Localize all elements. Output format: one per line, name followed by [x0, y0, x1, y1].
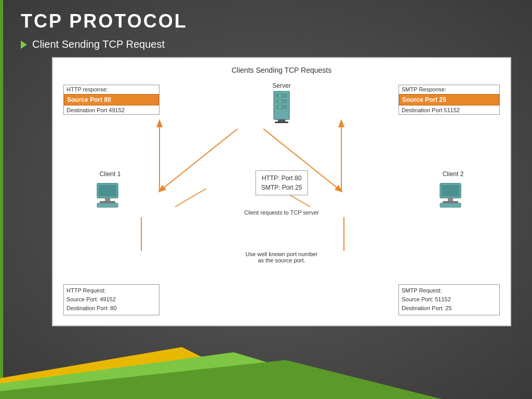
svg-rect-13: [276, 94, 287, 98]
http-request-dest: Destination Port: 80: [66, 304, 156, 313]
svg-rect-22: [99, 185, 116, 196]
server-area: Server: [269, 82, 295, 125]
svg-point-16: [279, 95, 281, 97]
client2-computer-icon: [437, 181, 469, 209]
smtp-request-box: SMTP Request: Source Port: 51152 Destina…: [398, 284, 500, 315]
client1-area: Client 1: [95, 170, 126, 209]
http-request-box: HTTP Request: Source Port: 49152 Destina…: [63, 284, 159, 315]
diagram-container: Clients Sending TCP Requests: [52, 57, 511, 326]
http-dest-port: Destination Port 49152: [64, 106, 159, 114]
svg-rect-14: [276, 99, 287, 103]
svg-line-10: [175, 189, 206, 207]
bullet-arrow-icon: [21, 41, 27, 49]
svg-line-0: [159, 129, 237, 191]
http-source-port: Source Port 80: [64, 94, 159, 105]
svg-rect-15: [276, 105, 287, 109]
bottom-waves: [0, 331, 532, 399]
smtp-response-box: SMTP Response: Source Port 25 Destinatio…: [398, 85, 500, 115]
svg-rect-27: [442, 185, 459, 196]
smtp-request-dest: Destination Port: 25: [402, 304, 497, 313]
client2-label: Client 2: [443, 170, 464, 178]
smtp-response-title: SMTP Response:: [399, 85, 499, 94]
center-info-line2: SMTP: Port 25: [261, 183, 302, 192]
slide-title: TCP PROTOCOL: [21, 10, 511, 32]
svg-rect-28: [448, 198, 453, 201]
client1-label: Client 1: [100, 170, 121, 178]
slide: TCP PROTOCOL Client Sending TCP Request …: [0, 0, 532, 399]
svg-rect-25: [97, 203, 118, 207]
client-requests-label: Client requests to TCP server: [244, 209, 319, 216]
center-info-box: HTTP: Port 80 SMTP: Port 25: [256, 170, 308, 195]
bullet-point: Client Sending TCP Request: [21, 38, 511, 50]
well-known-label: Use well known port number as the source…: [246, 251, 318, 263]
server-icon: [269, 91, 295, 125]
smtp-dest-port: Destination Port 51152: [399, 106, 499, 114]
title-area: TCP PROTOCOL Client Sending TCP Request: [21, 10, 511, 50]
smtp-source-port: Source Port 25: [399, 94, 499, 105]
svg-rect-23: [105, 198, 110, 201]
diagram-inner: HTTP response: Source Port 80 Destinatio…: [61, 79, 502, 318]
svg-point-18: [279, 106, 281, 108]
svg-rect-30: [440, 203, 461, 207]
svg-rect-20: [275, 122, 288, 123]
http-response-title: HTTP response:: [64, 85, 159, 94]
client1-computer-icon: [95, 181, 126, 209]
smtp-request-source: Source Port: 51152: [402, 295, 497, 304]
diagram-title: Clients Sending TCP Requests: [61, 66, 502, 74]
server-label: Server: [272, 82, 290, 89]
svg-rect-24: [100, 201, 115, 203]
center-info-line1: HTTP: Port 80: [261, 174, 302, 183]
bullet-text: Client Sending TCP Request: [32, 38, 165, 50]
client2-area: Client 2: [437, 170, 469, 209]
svg-rect-29: [443, 201, 458, 203]
smtp-request-title: SMTP Request:: [402, 287, 497, 294]
http-request-title: HTTP Request:: [66, 287, 156, 294]
svg-rect-19: [278, 119, 285, 122]
http-request-source: Source Port: 49152: [66, 295, 156, 304]
svg-point-17: [279, 100, 281, 102]
http-response-box: HTTP response: Source Port 80 Destinatio…: [63, 85, 159, 115]
